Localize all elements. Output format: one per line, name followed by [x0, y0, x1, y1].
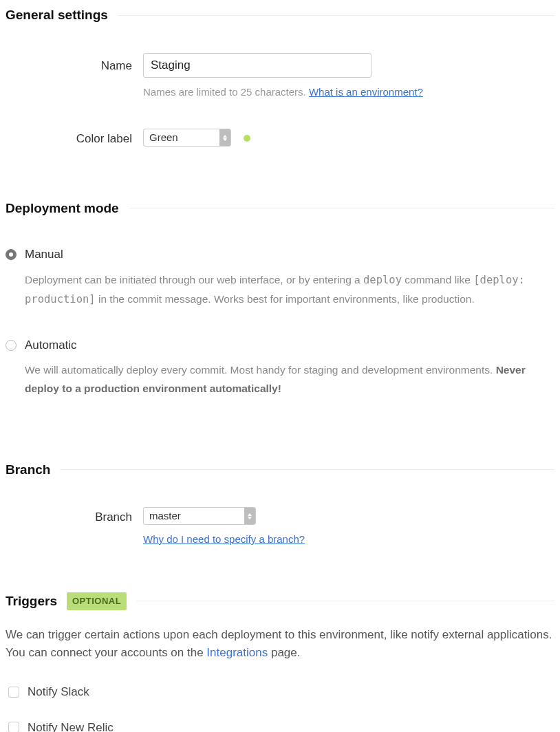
- integrations-link[interactable]: Integrations: [206, 646, 268, 659]
- mode-manual-option[interactable]: Manual: [6, 246, 554, 263]
- section-rule: [118, 15, 554, 16]
- section-branch-title: Branch: [6, 460, 50, 480]
- trigger-label: Notify Slack: [28, 683, 89, 701]
- mode-manual-block: Manual Deployment can be initiated throu…: [6, 246, 554, 309]
- mode-automatic-label: Automatic: [25, 336, 77, 354]
- name-label: Name: [6, 53, 143, 75]
- section-triggers-header: Triggers OPTIONAL: [6, 592, 554, 612]
- trigger-notify-newrelic[interactable]: Notify New Relic: [8, 719, 554, 733]
- name-help: Names are limited to 25 characters. What…: [143, 85, 554, 100]
- branch-control: master Why do I need to specify a branch…: [143, 507, 554, 548]
- trigger-notify-slack[interactable]: Notify Slack: [8, 683, 554, 701]
- name-control: Names are limited to 25 characters. What…: [143, 53, 554, 100]
- color-select[interactable]: Green: [143, 129, 231, 147]
- mode-automatic-desc: We will automatically deploy every commi…: [25, 360, 554, 398]
- checkbox-unchecked-icon: [8, 722, 19, 732]
- optional-badge: OPTIONAL: [67, 592, 127, 610]
- code-deploy: deploy: [363, 274, 402, 286]
- color-label: Color label: [6, 129, 143, 148]
- name-input[interactable]: [143, 53, 371, 78]
- why-branch-link[interactable]: Why do I need to specify a branch?: [143, 533, 305, 545]
- chevron-updown-icon: [219, 129, 230, 146]
- section-branch-header: Branch: [6, 460, 554, 480]
- section-general-title: General settings: [6, 6, 108, 25]
- mode-automatic-option[interactable]: Automatic: [6, 336, 554, 354]
- section-deployment-header: Deployment mode: [6, 199, 554, 219]
- section-rule: [129, 208, 554, 208]
- branch-help: Why do I need to specify a branch?: [143, 532, 554, 548]
- checkbox-unchecked-icon: [8, 687, 19, 698]
- mode-manual-desc: Deployment can be initiated through our …: [25, 270, 554, 309]
- name-row: Name Names are limited to 25 characters.…: [6, 53, 554, 100]
- triggers-intro: We can trigger certain actions upon each…: [6, 626, 554, 661]
- name-help-text: Names are limited to 25 characters.: [143, 86, 309, 98]
- section-deployment-title: Deployment mode: [6, 199, 119, 219]
- color-swatch-icon: [244, 135, 250, 142]
- section-rule: [136, 601, 554, 601]
- branch-label: Branch: [6, 507, 143, 526]
- what-is-environment-link[interactable]: What is an environment?: [309, 86, 423, 98]
- mode-automatic-block: Automatic We will automatically deploy e…: [6, 336, 554, 398]
- radio-checked-icon: [6, 249, 17, 260]
- branch-select[interactable]: master: [143, 507, 256, 525]
- radio-unchecked-icon: [6, 340, 17, 351]
- color-select-value: Green: [144, 130, 219, 146]
- mode-manual-label: Manual: [25, 246, 63, 263]
- trigger-label: Notify New Relic: [28, 719, 114, 733]
- section-rule: [60, 469, 554, 470]
- chevron-updown-icon: [244, 508, 255, 524]
- section-general-header: General settings: [6, 6, 554, 25]
- branch-row: Branch master Why do I need to specify a…: [6, 507, 554, 548]
- color-control: Green: [143, 129, 554, 147]
- color-row: Color label Green: [6, 129, 554, 148]
- branch-select-value: master: [144, 508, 244, 524]
- section-triggers-title: Triggers: [6, 592, 57, 612]
